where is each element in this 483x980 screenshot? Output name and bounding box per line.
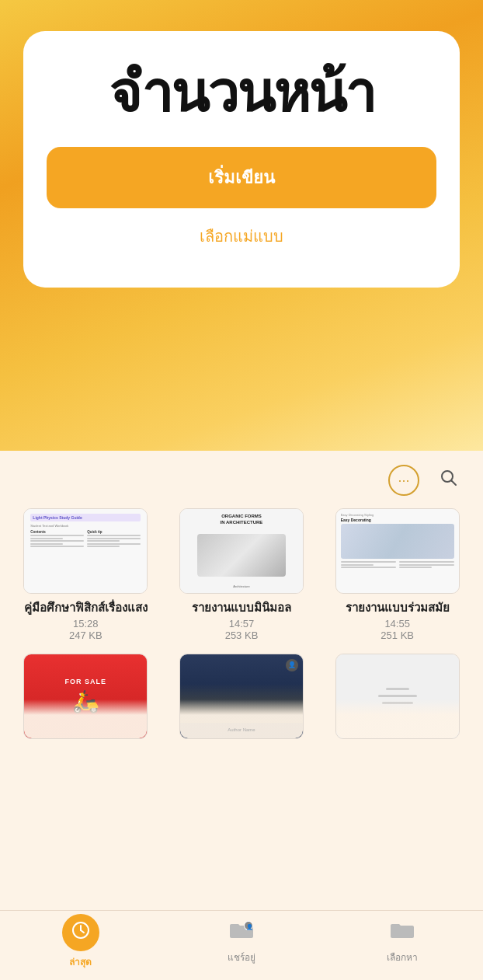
documents-grid: Light Physics Study Guide Student Text a… xyxy=(0,502,483,780)
document-item[interactable]: FOR SALE 🛵 xyxy=(14,654,158,762)
bottom-nav: ล่าสุด 👤 แชร์อยู่ xyxy=(0,910,483,980)
document-item[interactable]: ORGANIC FORMSIN ARCHITECTURE Architectur… xyxy=(170,508,314,641)
svg-line-4 xyxy=(81,930,84,933)
recent-icon-wrap xyxy=(62,914,99,951)
doc-name: คู่มือศึกษาฟิสิกส์เรื่องแสง xyxy=(24,600,148,616)
doc-time: 14:55 xyxy=(384,618,410,630)
organic-label: Architecture xyxy=(233,584,249,588)
svg-line-1 xyxy=(452,481,457,486)
organic-title: ORGANIC FORMSIN ARCHITECTURE xyxy=(221,514,263,526)
doc-size: 251 KB xyxy=(380,630,414,641)
more-button[interactable]: ··· xyxy=(388,465,419,496)
doc-thumbnail: Author Name 👤 xyxy=(179,654,304,739)
shared-icon-wrap: 👤 xyxy=(223,919,260,947)
doc-thumbnail: ORGANIC FORMSIN ARCHITECTURE Architectur… xyxy=(179,508,304,594)
document-item[interactable] xyxy=(325,654,469,762)
browse-icon-wrap xyxy=(384,919,421,947)
browse-label: เลือกหา xyxy=(387,950,418,964)
doc-name: รายงานแบบร่วมสมัย xyxy=(346,600,450,616)
clock-icon xyxy=(71,920,91,946)
start-writing-button[interactable]: เริ่มเขียน xyxy=(47,147,436,208)
hero-card: จำนวนหน้า เริ่มเขียน เลือกแม่แบบ xyxy=(23,31,460,288)
nav-item-shared[interactable]: 👤 แชร์อยู่ xyxy=(161,919,321,964)
blur-overlay xyxy=(180,699,303,738)
page-count-heading: จำนวนหน้า xyxy=(109,62,374,124)
browse-folder-icon xyxy=(389,919,415,947)
nav-item-recent[interactable]: ล่าสุด xyxy=(0,914,161,969)
toolbar: ··· xyxy=(0,451,483,502)
document-item[interactable]: Easy Decorating Styling Easy Decorating xyxy=(325,508,469,641)
doc-time: 15:28 xyxy=(73,618,99,630)
doc-time: 14:57 xyxy=(229,618,255,630)
doc-name: รายงานแบบมินิมอล xyxy=(192,600,291,616)
shared-label: แชร์อยู่ xyxy=(228,950,255,964)
bottom-section: ··· Light Physics Study Guide S xyxy=(0,451,483,980)
blur-overlay xyxy=(24,699,147,738)
doc-size: 247 KB xyxy=(69,630,103,641)
doc-thumbnail: FOR SALE 🛵 xyxy=(23,654,148,739)
doc-thumbnail: Light Physics Study Guide Student Text a… xyxy=(23,508,148,594)
search-button[interactable] xyxy=(433,465,464,496)
document-item[interactable]: Light Physics Study Guide Student Text a… xyxy=(14,508,158,641)
nav-item-browse[interactable]: เลือกหา xyxy=(322,919,483,964)
search-icon xyxy=(440,469,457,491)
svg-text:👤: 👤 xyxy=(245,923,252,930)
more-icon: ··· xyxy=(398,473,409,489)
choose-template-link[interactable]: เลือกแม่แบบ xyxy=(200,224,283,249)
doc-thumbnail xyxy=(335,654,460,739)
recent-label: ล่าสุด xyxy=(69,954,92,969)
organic-image xyxy=(197,534,286,577)
document-item[interactable]: Author Name 👤 xyxy=(170,654,314,762)
blur-overlay xyxy=(336,699,459,738)
doc-thumbnail: Easy Decorating Styling Easy Decorating xyxy=(335,508,460,594)
shared-folder-icon: 👤 xyxy=(228,919,255,947)
doc-size: 253 KB xyxy=(225,630,259,641)
